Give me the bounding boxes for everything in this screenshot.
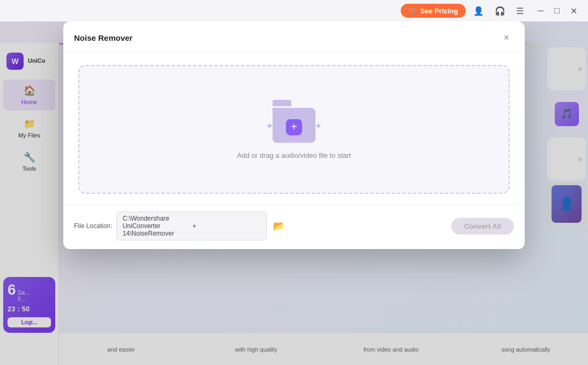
cart-icon: 🛒 <box>408 6 417 15</box>
menu-icon-button[interactable]: ☰ <box>513 4 527 18</box>
modal-header: Noise Remover × <box>63 21 525 52</box>
convert-all-button[interactable]: Convert All <box>451 218 514 235</box>
file-location-row: File Location: C:\Wondershare UniConvert… <box>74 211 451 240</box>
minimize-button[interactable]: ─ <box>533 4 548 18</box>
maximize-button[interactable]: □ <box>550 4 564 18</box>
close-button[interactable]: ✕ <box>566 4 582 18</box>
window-controls: ─ □ ✕ <box>533 4 582 18</box>
title-bar-actions: 🛒 See Pricing 👤 🎧 ☰ ─ □ ✕ <box>401 4 582 18</box>
file-path-input[interactable]: C:\Wondershare UniConverter 14\NoiseRemo… <box>116 211 267 240</box>
folder-icon-container: + ✦ ✦ <box>270 100 318 143</box>
file-path-value: C:\Wondershare UniConverter 14\NoiseRemo… <box>122 215 192 237</box>
modal-title: Noise Remover <box>74 33 133 42</box>
browse-folder-button[interactable]: 📂 <box>271 218 287 234</box>
drop-zone-text: Add or drag a audio/video file to start <box>237 151 351 159</box>
noise-remover-modal: Noise Remover × + ✦ ✦ Add or drag a audi… <box>63 21 525 249</box>
drop-zone[interactable]: + ✦ ✦ Add or drag a audio/video file to … <box>78 65 510 194</box>
folder-plus-icon: + <box>286 119 302 135</box>
folder-browse-icon: 📂 <box>273 221 285 231</box>
sparkle-left-icon: ✦ <box>266 120 274 132</box>
headset-icon-button[interactable]: 🎧 <box>491 4 509 18</box>
see-pricing-label: See Pricing <box>420 7 458 15</box>
see-pricing-button[interactable]: 🛒 See Pricing <box>401 4 466 18</box>
folder-tab <box>273 100 291 106</box>
path-dropdown-icon: ▼ <box>192 223 261 229</box>
modal-overlay: Noise Remover × + ✦ ✦ Add or drag a audi… <box>0 0 588 365</box>
modal-close-button[interactable]: × <box>499 30 514 45</box>
modal-footer: File Location: C:\Wondershare UniConvert… <box>63 205 525 249</box>
file-location-label: File Location: <box>74 222 112 230</box>
title-bar: 🛒 See Pricing 👤 🎧 ☰ ─ □ ✕ <box>0 0 588 21</box>
account-icon-button[interactable]: 👤 <box>470 4 487 18</box>
sparkle-right-icon: ✦ <box>314 120 322 132</box>
